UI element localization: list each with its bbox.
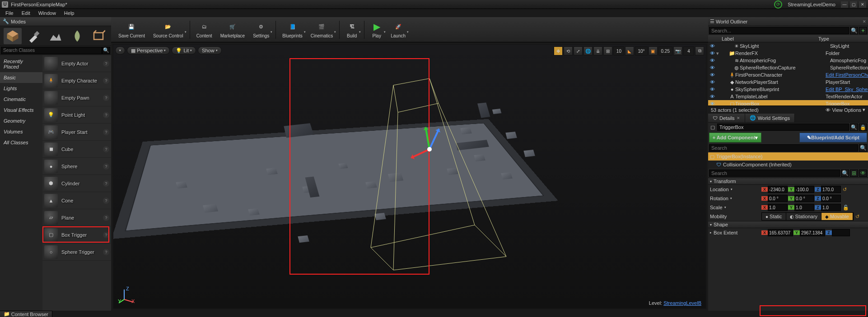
transform-rotate-icon[interactable]: ⟲ [564,46,573,55]
scale-z[interactable] [821,204,841,211]
help-icon[interactable]: ? [103,60,109,67]
scale-snap-value[interactable]: 0.25 [658,46,672,55]
tb-blueprints[interactable]: 📘Blueprints▾ [279,18,306,41]
extent-z[interactable] [832,229,850,236]
outliner-col-label[interactable]: Label [708,36,817,41]
visibility-icon[interactable]: 👁 [709,65,715,70]
actor-cone[interactable]: ▲Cone? [42,192,111,209]
actor-name-input[interactable] [717,124,849,131]
mobility-movable[interactable]: ◆ Movable [821,213,853,220]
help-icon[interactable]: ? [103,249,109,255]
mode-geometry-icon[interactable] [89,28,107,44]
outliner-row[interactable]: 👁●SkySphereBlueprintEdit BP_Sky_Sphere [708,86,868,93]
help-icon[interactable]: ? [103,112,109,118]
search-icon[interactable]: 🔍 [102,47,110,54]
visibility-icon[interactable]: 👁 [709,94,715,99]
location-y[interactable] [794,186,814,193]
grid-snap-icon[interactable]: ⊞ [603,46,612,55]
details-search-input[interactable] [709,170,840,177]
visibility-icon[interactable]: 👁 [709,79,715,85]
perspective-button[interactable]: ▦Perspective▾ [127,46,170,55]
maximize-viewport-icon[interactable]: ⧉ [695,46,704,55]
window-close-icon[interactable]: ✕ [859,1,866,8]
tb-save[interactable]: 💾Save Current [115,18,149,41]
actor-plane[interactable]: ▱Plane? [42,209,111,226]
reset-icon[interactable]: ↺ [855,214,859,220]
actor-empty-actor[interactable]: Empty Actor? [42,55,111,72]
component-search-input[interactable] [709,144,858,152]
mobility-stationary[interactable]: ◐ Stationary [786,213,822,220]
surface-snap-icon[interactable]: ⇊ [593,46,602,55]
cat-lights[interactable]: Lights [0,83,42,94]
view-options-button[interactable]: 👁 View Options ▾ [826,107,865,113]
actor-sphere[interactable]: ●Sphere? [42,158,111,175]
show-button[interactable]: Show▾ [198,46,222,55]
outliner-row[interactable]: 👁☀SkyLightSkyLight [708,42,868,50]
actor-point-light[interactable]: 💡Point Light? [42,106,111,124]
extent-y[interactable] [800,229,825,236]
cat-geometry[interactable]: Geometry [0,115,42,126]
mobility-toggle[interactable]: ● Static ◐ Stationary ◆ Movable [761,212,854,221]
mode-place-icon[interactable] [4,28,22,44]
world-outliner-tab[interactable]: ☰ World Outliner ✕ [708,17,868,26]
actor-player-start[interactable]: 🎮Player Start? [42,124,111,141]
outliner-type[interactable]: Edit BP_Sky_Sphere [826,87,868,92]
cat-recently-placed[interactable]: Recently Placed [0,56,42,72]
help-icon[interactable]: ? [103,129,109,135]
mobility-static[interactable]: ● Static [762,213,786,220]
viewport-options-button[interactable]: ▾ [115,46,125,55]
tb-build[interactable]: 🏗Build▾ [342,18,361,41]
scale-x[interactable] [768,204,788,211]
help-icon[interactable]: ? [103,95,109,101]
outliner-row[interactable]: 👁◍SphereReflectionCaptureSphereReflectio… [708,64,868,71]
coordinate-system-icon[interactable]: 🌐 [583,46,593,55]
reset-icon[interactable]: ↺ [843,187,847,193]
search-icon[interactable]: 🔍 [859,144,867,152]
tb-play[interactable]: ▶Play▾ [367,18,386,41]
tab-world-settings[interactable]: 🌐World Settings [745,114,795,122]
help-icon[interactable]: ? [103,180,109,187]
actor-empty-character[interactable]: 🧍Empty Characte? [42,72,111,89]
viewport-3d-scene[interactable]: ZXY Level: StreamingLevelB [113,45,706,308]
scale-snap-icon[interactable]: ▣ [649,46,658,55]
visibility-icon[interactable]: 👁 [709,87,715,92]
actor-cylinder[interactable]: ⬢Cylinder? [42,175,111,192]
mode-foliage-icon[interactable] [68,28,86,44]
search-icon[interactable]: 🔍 [841,170,849,177]
close-icon[interactable]: ✕ [737,116,740,120]
rotation-z[interactable] [821,195,841,202]
close-icon[interactable]: ✕ [863,19,866,24]
tb-settings[interactable]: ⚙Settings▾ [249,18,273,41]
menu-edit[interactable]: Edit [18,9,34,17]
cat-visual-effects[interactable]: Visual Effects [0,105,42,115]
visibility-icon[interactable]: 👁 [709,43,715,49]
window-minimize-icon[interactable]: — [841,1,848,8]
camera-speed-icon[interactable]: 📷 [673,46,682,55]
source-control-status-icon[interactable]: ⟳ [774,0,782,9]
grid-snap-value[interactable]: 10 [613,46,624,55]
lock-icon[interactable]: 🔒 [859,124,867,131]
outliner-type[interactable]: Edit FirstPersonCha [826,72,868,78]
outliner-row[interactable]: 👁◆NetworkPlayerStartPlayerStart [708,78,868,86]
content-browser-tab[interactable]: 📁 Content Browser [0,311,52,317]
help-icon[interactable]: ? [103,215,109,221]
outliner-row[interactable]: 👁🧍FirstPersonCharacterEdit FirstPersonCh… [708,71,868,78]
component-row[interactable]: ▢TriggerBox(Instance) [708,152,868,161]
modes-tab[interactable]: 🔧 Modes [0,17,111,26]
outliner-row[interactable]: 👁ATemplateLabelTextRenderActor [708,93,868,100]
visibility-icon[interactable]: 👁 [709,101,715,106]
transform-move-icon[interactable]: ✥ [554,46,563,55]
visibility-icon[interactable]: 👁 [709,58,715,63]
viewport[interactable]: ▾ ▦Perspective▾ 💡Lit▾ Show▾ ✥ ⟲ ⤢ 🌐 ⇊ ⊞ … [112,44,707,309]
actor-sphere-trigger[interactable]: ○Sphere Trigger? [42,243,111,261]
modes-search-input[interactable] [1,47,102,54]
actor-empty-pawn[interactable]: Empty Pawn? [42,89,111,106]
menu-window[interactable]: Window [35,9,60,17]
tb-content[interactable]: 🗂Content [193,18,216,41]
eye-icon[interactable]: 👁 [859,170,867,177]
component-row[interactable]: 🛡CollisionComponent (Inherited) [708,161,868,169]
tb-cinematics[interactable]: 🎬Cinematics▾ [307,18,336,41]
cat-cinematic[interactable]: Cinematic [0,94,42,105]
add-component-button[interactable]: + Add Component ▾ [709,133,761,142]
window-maximize-icon[interactable]: ▢ [850,1,857,8]
